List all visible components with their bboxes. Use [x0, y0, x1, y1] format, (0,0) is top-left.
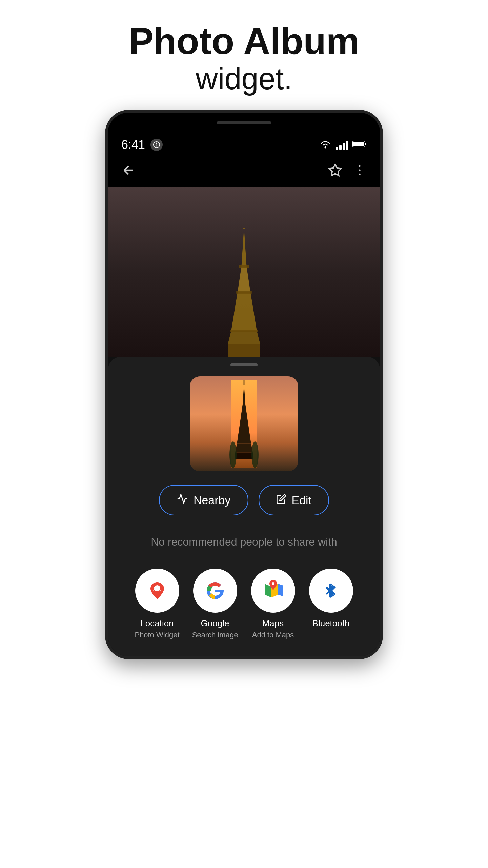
- location-label: Location: [140, 618, 174, 629]
- star-button[interactable]: [328, 163, 342, 181]
- svg-point-28: [251, 441, 259, 468]
- svg-point-37: [272, 582, 274, 585]
- svg-marker-14: [228, 331, 260, 344]
- eiffel-preview-image: [214, 380, 274, 468]
- preview-image: [190, 376, 298, 471]
- nearby-label: Nearby: [194, 494, 231, 507]
- svg-point-27: [229, 441, 237, 468]
- maps-sublabel: Add to Maps: [252, 631, 294, 639]
- svg-marker-7: [329, 164, 341, 176]
- location-app-item[interactable]: XA Location Photo Widget: [130, 569, 184, 639]
- bluetooth-app-item[interactable]: Bluetooth: [304, 569, 358, 639]
- svg-point-8: [359, 165, 360, 167]
- svg-point-3: [325, 147, 326, 149]
- bluetooth-icon: [309, 569, 353, 613]
- svg-rect-25: [235, 453, 253, 459]
- edit-icon: [276, 494, 286, 507]
- status-left: 6:41: [121, 138, 163, 152]
- svg-text:XA: XA: [153, 586, 161, 592]
- signal-bars: [336, 140, 348, 150]
- svg-point-9: [359, 169, 360, 171]
- more-button[interactable]: [352, 163, 367, 181]
- svg-marker-13: [231, 292, 257, 331]
- nearby-icon: [177, 493, 188, 507]
- sheet-handle: [230, 363, 258, 366]
- phone-notch: [108, 113, 380, 133]
- page-title-main: Photo Album: [129, 20, 359, 61]
- svg-rect-26: [244, 380, 245, 385]
- bottom-sheet: Nearby Edit No recommended people to sha…: [108, 357, 380, 656]
- share-apps: XA Location Photo Widget: [121, 569, 367, 639]
- status-time: 6:41: [121, 138, 145, 152]
- google-app-item[interactable]: Google Search image: [188, 569, 242, 639]
- wifi-icon: [319, 139, 332, 150]
- svg-rect-5: [353, 142, 364, 146]
- action-bar: [108, 157, 380, 187]
- notch-bar: [217, 121, 271, 124]
- svg-rect-19: [243, 228, 245, 229]
- eiffel-bg-image: [224, 228, 264, 357]
- svg-rect-6: [365, 143, 366, 145]
- status-right: [319, 139, 367, 150]
- svg-point-10: [359, 174, 360, 175]
- phone-frame: 6:41: [105, 110, 383, 659]
- edit-button[interactable]: Edit: [259, 485, 329, 515]
- action-bar-left: [121, 163, 136, 181]
- battery-icon: [352, 140, 367, 150]
- svg-marker-36: [278, 584, 283, 596]
- svg-rect-17: [236, 291, 252, 294]
- svg-marker-1: [156, 142, 157, 145]
- page-title-sub: widget.: [129, 61, 359, 96]
- action-bar-right: [328, 163, 367, 181]
- location-icon: XA: [135, 569, 179, 613]
- page-header: Photo Album widget.: [129, 0, 359, 110]
- maps-app-item[interactable]: Maps Add to Maps: [246, 569, 300, 639]
- svg-marker-11: [241, 228, 246, 267]
- svg-rect-16: [239, 265, 249, 268]
- svg-marker-24: [235, 444, 253, 453]
- maps-label: Maps: [262, 618, 284, 629]
- bluetooth-label: Bluetooth: [312, 618, 350, 629]
- compass-icon: [150, 139, 163, 151]
- google-sublabel: Search image: [192, 631, 238, 639]
- back-button[interactable]: [121, 163, 136, 181]
- svg-rect-18: [230, 330, 258, 332]
- action-buttons: Nearby Edit: [159, 485, 329, 515]
- nearby-button[interactable]: Nearby: [159, 485, 248, 515]
- edit-label: Edit: [292, 494, 312, 507]
- no-people-text: No recommended people to share with: [151, 536, 337, 548]
- status-bar: 6:41: [108, 133, 380, 157]
- photo-area: [108, 187, 380, 357]
- maps-icon: [251, 569, 295, 613]
- svg-marker-2: [156, 145, 157, 147]
- svg-marker-12: [238, 267, 250, 292]
- google-label: Google: [201, 618, 229, 629]
- google-icon: [193, 569, 237, 613]
- location-sublabel: Photo Widget: [135, 631, 179, 639]
- svg-rect-15: [228, 344, 260, 357]
